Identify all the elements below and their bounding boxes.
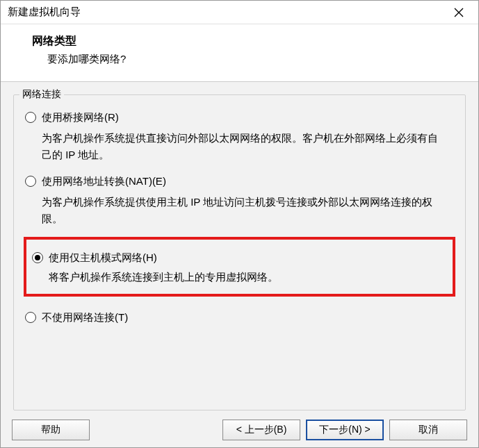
option-hostonly-desc: 将客户机操作系统连接到主机上的专用虚拟网络。 — [31, 269, 446, 285]
content-area: 网络连接 使用桥接网络(R) 为客户机操作系统提供直接访问外部以太网网络的权限。… — [1, 81, 478, 413]
option-hostonly-label: 使用仅主机模式网络(H) — [49, 251, 446, 265]
option-none-label: 不使用网络连接(T) — [42, 310, 455, 324]
back-button[interactable]: < 上一步(B) — [222, 420, 300, 440]
option-nat-label: 使用网络地址转换(NAT)(E) — [42, 174, 455, 188]
page-title: 网络类型 — [32, 34, 464, 49]
help-button[interactable]: 帮助 — [12, 420, 90, 440]
close-icon[interactable] — [445, 3, 473, 22]
radio-bridged[interactable] — [25, 112, 36, 123]
window-title: 新建虚拟机向导 — [8, 6, 445, 19]
option-nat[interactable]: 使用网络地址转换(NAT)(E) — [24, 173, 455, 190]
option-nat-desc: 为客户机操作系统提供使用主机 IP 地址访问主机拨号连接或外部以太网网络连接的权… — [24, 194, 441, 227]
cancel-button[interactable]: 取消 — [389, 420, 467, 440]
fieldset-legend: 网络连接 — [19, 88, 64, 101]
radio-hostonly[interactable] — [32, 252, 43, 263]
option-none[interactable]: 不使用网络连接(T) — [24, 309, 455, 326]
radio-none[interactable] — [25, 312, 36, 323]
next-button[interactable]: 下一步(N) > — [306, 420, 384, 440]
option-hostonly[interactable]: 使用仅主机模式网络(H) — [31, 249, 446, 266]
option-bridged-label: 使用桥接网络(R) — [42, 110, 455, 124]
option-bridged[interactable]: 使用桥接网络(R) — [24, 109, 455, 126]
option-bridged-desc: 为客户机操作系统提供直接访问外部以太网网络的权限。客户机在外部网络上必须有自己的… — [24, 130, 441, 163]
page-subtitle: 要添加哪类网络? — [32, 53, 464, 66]
radio-nat[interactable] — [25, 176, 36, 187]
wizard-header: 网络类型 要添加哪类网络? — [1, 24, 478, 81]
footer: 帮助 < 上一步(B) 下一步(N) > 取消 — [1, 413, 478, 447]
titlebar: 新建虚拟机向导 — [1, 1, 478, 24]
highlight-box: 使用仅主机模式网络(H) 将客户机操作系统连接到主机上的专用虚拟网络。 — [24, 237, 455, 297]
wizard-window: 新建虚拟机向导 网络类型 要添加哪类网络? 网络连接 使用桥接网络(R) 为客户… — [0, 0, 479, 448]
network-fieldset: 网络连接 使用桥接网络(R) 为客户机操作系统提供直接访问外部以太网网络的权限。… — [13, 94, 466, 410]
